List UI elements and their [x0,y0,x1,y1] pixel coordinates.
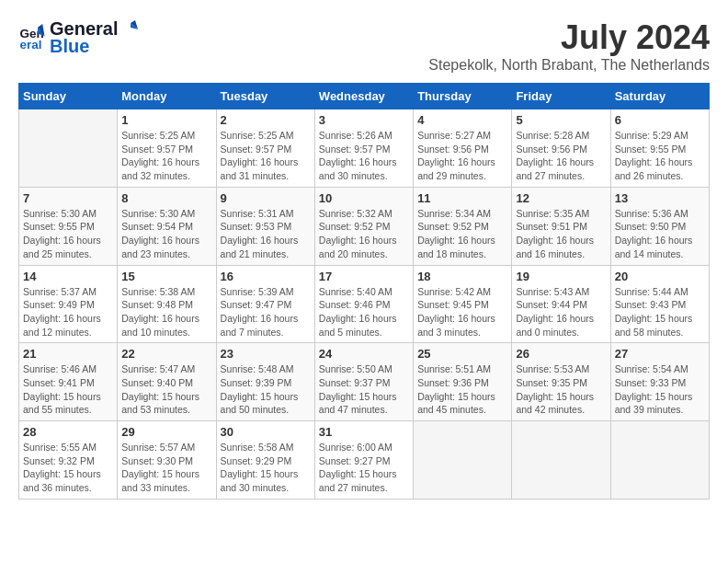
day-number: 15 [121,270,211,283]
weekday-header-row: SundayMondayTuesdayWednesdayThursdayFrid… [19,84,710,109]
sunrise-text: Sunrise: 5:34 AM [417,208,491,219]
sunset-text: Sunset: 9:56 PM [516,144,587,155]
location-subtitle: Stepekolk, North Brabant, The Netherland… [428,57,710,74]
sunrise-text: Sunrise: 5:31 AM [221,208,294,219]
daylight-text: Daylight: 16 hours and 3 minutes. [417,313,495,338]
sunset-text: Sunset: 9:57 PM [121,144,193,155]
day-info: Sunrise: 5:35 AM Sunset: 9:51 PM Dayligh… [516,207,606,261]
sunrise-text: Sunrise: 5:44 AM [615,286,688,297]
logo-icon: Gen eral [18,24,46,52]
calendar-cell: 24 Sunrise: 5:50 AM Sunset: 9:37 PM Dayl… [314,343,413,421]
weekday-header-tuesday: Tuesday [216,84,314,109]
daylight-text: Daylight: 16 hours and 26 minutes. [615,156,693,181]
calendar-cell: 12 Sunrise: 5:35 AM Sunset: 9:51 PM Dayl… [512,187,610,265]
day-info: Sunrise: 5:28 AM Sunset: 9:56 PM Dayligh… [516,129,606,183]
weekday-header-sunday: Sunday [19,84,118,109]
day-info: Sunrise: 5:50 AM Sunset: 9:37 PM Dayligh… [319,362,409,417]
day-info: Sunrise: 5:31 AM Sunset: 9:53 PM Dayligh… [221,207,311,261]
day-info: Sunrise: 5:58 AM Sunset: 9:29 PM Dayligh… [221,441,311,495]
calendar-cell: 17 Sunrise: 5:40 AM Sunset: 9:46 PM Dayl… [314,265,413,343]
day-info: Sunrise: 5:53 AM Sunset: 9:35 PM Dayligh… [516,362,606,417]
sunrise-text: Sunrise: 5:28 AM [516,130,589,141]
day-number: 3 [319,113,409,127]
calendar-cell: 7 Sunrise: 5:30 AM Sunset: 9:55 PM Dayli… [19,187,118,265]
day-number: 20 [615,270,705,283]
day-number: 4 [417,113,507,127]
daylight-text: Daylight: 15 hours and 39 minutes. [615,391,693,416]
daylight-text: Daylight: 16 hours and 21 minutes. [221,235,299,259]
calendar-cell [512,421,610,500]
daylight-text: Daylight: 16 hours and 10 minutes. [121,313,199,338]
daylight-text: Daylight: 16 hours and 31 minutes. [221,156,299,181]
day-number: 27 [615,347,705,361]
calendar-cell: 27 Sunrise: 5:54 AM Sunset: 9:33 PM Dayl… [610,343,709,421]
sunset-text: Sunset: 9:29 PM [221,455,292,466]
day-number: 18 [417,270,507,283]
weekday-header-thursday: Thursday [414,84,512,109]
sunrise-text: Sunrise: 5:46 AM [23,363,97,374]
sunrise-text: Sunrise: 5:50 AM [319,363,392,374]
sunset-text: Sunset: 9:37 PM [319,377,391,388]
sunrise-text: Sunrise: 5:27 AM [417,130,491,141]
day-number: 25 [417,347,507,361]
sunset-text: Sunset: 9:39 PM [221,377,292,388]
sunset-text: Sunset: 9:53 PM [221,221,292,232]
day-info: Sunrise: 5:27 AM Sunset: 9:56 PM Dayligh… [417,129,507,183]
calendar-cell: 20 Sunrise: 5:44 AM Sunset: 9:43 PM Dayl… [610,265,709,343]
day-number: 9 [221,191,311,205]
calendar-cell: 25 Sunrise: 5:51 AM Sunset: 9:36 PM Dayl… [414,343,512,421]
sunrise-text: Sunrise: 5:30 AM [23,208,97,219]
sunset-text: Sunset: 9:56 PM [417,144,489,155]
sunrise-text: Sunrise: 5:30 AM [121,208,195,219]
sunset-text: Sunset: 9:57 PM [319,144,391,155]
daylight-text: Daylight: 16 hours and 25 minutes. [23,235,101,259]
day-info: Sunrise: 5:47 AM Sunset: 9:40 PM Dayligh… [121,362,211,417]
sunrise-text: Sunrise: 5:32 AM [319,208,392,219]
daylight-text: Daylight: 16 hours and 14 minutes. [615,235,693,259]
daylight-text: Daylight: 16 hours and 5 minutes. [319,313,397,338]
sunrise-text: Sunrise: 5:25 AM [121,130,195,141]
daylight-text: Daylight: 15 hours and 36 minutes. [23,468,101,493]
daylight-text: Daylight: 15 hours and 55 minutes. [23,391,101,416]
calendar-cell: 30 Sunrise: 5:58 AM Sunset: 9:29 PM Dayl… [216,421,314,500]
daylight-text: Daylight: 15 hours and 42 minutes. [516,391,594,416]
calendar-cell: 22 Sunrise: 5:47 AM Sunset: 9:40 PM Dayl… [118,343,216,421]
weekday-header-saturday: Saturday [610,84,709,109]
daylight-text: Daylight: 16 hours and 27 minutes. [516,156,594,181]
sunset-text: Sunset: 9:51 PM [516,221,587,232]
sunrise-text: Sunrise: 5:29 AM [615,130,688,141]
day-number: 29 [121,425,211,439]
sunset-text: Sunset: 9:52 PM [319,221,391,232]
svg-text:eral: eral [20,38,42,52]
title-section: July 2024 Stepekolk, North Brabant, The … [428,18,710,74]
sunset-text: Sunset: 9:36 PM [417,377,489,388]
daylight-text: Daylight: 16 hours and 23 minutes. [121,235,199,259]
daylight-text: Daylight: 15 hours and 27 minutes. [319,468,397,493]
calendar-cell: 13 Sunrise: 5:36 AM Sunset: 9:50 PM Dayl… [610,187,709,265]
sunset-text: Sunset: 9:47 PM [221,299,292,310]
sunrise-text: Sunrise: 5:25 AM [221,130,294,141]
sunrise-text: Sunrise: 5:58 AM [221,442,294,453]
daylight-text: Daylight: 16 hours and 0 minutes. [516,313,594,338]
daylight-text: Daylight: 16 hours and 30 minutes. [319,156,397,181]
calendar-cell: 8 Sunrise: 5:30 AM Sunset: 9:54 PM Dayli… [118,187,216,265]
sunrise-text: Sunrise: 5:42 AM [417,286,491,297]
sunset-text: Sunset: 9:35 PM [516,377,587,388]
daylight-text: Daylight: 16 hours and 20 minutes. [319,235,397,259]
day-info: Sunrise: 5:55 AM Sunset: 9:32 PM Dayligh… [23,441,113,495]
day-number: 11 [417,191,507,205]
calendar-cell: 19 Sunrise: 5:43 AM Sunset: 9:44 PM Dayl… [512,265,610,343]
sunset-text: Sunset: 9:49 PM [23,299,95,310]
day-info: Sunrise: 5:26 AM Sunset: 9:57 PM Dayligh… [319,129,409,183]
day-number: 13 [615,191,705,205]
calendar-cell: 15 Sunrise: 5:38 AM Sunset: 9:48 PM Dayl… [118,265,216,343]
day-number: 14 [23,270,113,283]
month-year-title: July 2024 [428,18,710,57]
sunset-text: Sunset: 9:41 PM [23,377,95,388]
sunrise-text: Sunrise: 5:38 AM [121,286,195,297]
day-info: Sunrise: 5:48 AM Sunset: 9:39 PM Dayligh… [221,362,311,417]
sunrise-text: Sunrise: 5:39 AM [221,286,294,297]
day-number: 22 [121,347,211,361]
day-number: 23 [221,347,311,361]
day-info: Sunrise: 5:54 AM Sunset: 9:33 PM Dayligh… [615,362,705,417]
